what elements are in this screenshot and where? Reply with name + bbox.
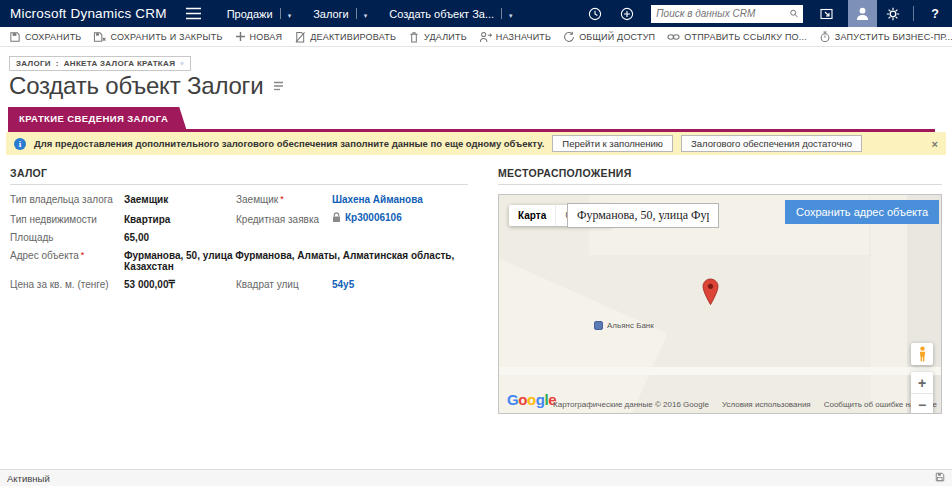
section-title-location: МЕСТОРАСПОЛОЖЕНИЯ [498, 167, 942, 185]
field-label-object-address: Адрес объекта [10, 250, 124, 261]
hamburger-menu-icon[interactable] [185, 7, 202, 20]
field-label-price-per-sqm: Цена за кв. м. (тенге) [10, 279, 124, 290]
delete-button[interactable]: УДАЛИТЬ [408, 31, 467, 43]
advanced-find-icon[interactable] [811, 8, 842, 20]
nav-item-create-record[interactable]: Создать объект За... [378, 8, 523, 20]
save-close-icon [93, 31, 106, 43]
borrower-link[interactable]: Шахена Айманова [332, 194, 423, 205]
new-button[interactable]: НОВАЯ [235, 31, 283, 42]
assign-button[interactable]: НАЗНАЧИТЬ [479, 31, 551, 43]
poi-label: Альянс Банк [607, 321, 654, 330]
save-button[interactable]: СОХРАНИТЬ [9, 31, 81, 43]
pledge-section: ЗАЛОГ Тип владельца залога Заемщик Заемщ… [10, 167, 468, 414]
nav-item-pledges[interactable]: Залоги [302, 8, 378, 20]
map-attribution: Картографические данные © 2016 Google Ус… [553, 400, 937, 409]
top-nav-bar: Microsoft Dynamics CRM Продажи Залоги Со… [0, 0, 952, 27]
lock-icon [332, 212, 341, 223]
share-icon [563, 31, 575, 43]
breadcrumb-form-name: АНКЕТА ЗАЛОГА КРАТКАЯ [64, 59, 175, 68]
nav-separator [501, 8, 502, 19]
help-button[interactable]: ? [918, 7, 952, 21]
quick-create-icon[interactable] [611, 7, 643, 21]
field-value-property-type: Квартира [124, 214, 236, 225]
settings-gear-icon[interactable] [877, 7, 909, 21]
app-brand: Microsoft Dynamics CRM [10, 6, 167, 21]
street-square-link[interactable]: 54у5 [332, 279, 354, 290]
nav-separator [280, 8, 281, 19]
pledge-fields-grid: Тип владельца залога Заемщик Заемщик Шах… [10, 194, 468, 290]
field-value-street-square: 54у5 [332, 279, 468, 290]
location-section: МЕСТОРАСПОЛОЖЕНИЯ Карта Спутник Сохранит… [498, 167, 942, 414]
map-address-input[interactable] [567, 203, 719, 228]
field-value-object-address: Фурманова, 50, улица Фурманова, Алматы, … [124, 250, 468, 272]
zoom-in-button[interactable]: + [911, 372, 933, 394]
deactivate-button[interactable]: ДЕАКТИВИРОВАТЬ [294, 31, 396, 43]
google-logo[interactable]: Google [507, 391, 556, 408]
info-icon [14, 138, 26, 150]
notification-close-icon[interactable] [932, 138, 938, 150]
field-label-owner-type: Тип владельца залога [10, 194, 124, 205]
command-bar: СОХРАНИТЬ СОХРАНИТЬ И ЗАКРЫТЬ НОВАЯ ДЕАК… [0, 27, 952, 47]
field-label-borrower: Заемщик [236, 194, 332, 205]
nav-label: Продажи [227, 8, 273, 20]
notification-bar: Для предоставления дополнительного залог… [6, 132, 946, 155]
chevron-down-icon[interactable] [364, 8, 368, 20]
form-body: ЗАЛОГ Тип владельца залога Заемщик Заемщ… [0, 155, 952, 414]
form-selector[interactable]: ЗАЛОГИ : АНКЕТА ЗАЛОГА КРАТКАЯ [9, 56, 191, 71]
map-zoom-control: + − [911, 372, 933, 414]
chevron-down-icon [180, 59, 184, 68]
process-icon [819, 31, 831, 43]
email-link-button[interactable]: ОТПРАВИТЬ ССЫЛКУ ПО... [667, 32, 807, 42]
search-input[interactable] [656, 8, 790, 19]
plus-icon [235, 31, 246, 42]
chevron-down-icon[interactable] [509, 8, 513, 20]
user-avatar[interactable] [848, 0, 877, 27]
save-status-icon [935, 472, 945, 484]
map-poi: Альянс Банк [594, 321, 654, 330]
recent-items-icon[interactable] [579, 7, 611, 21]
topbar-divider [913, 6, 914, 21]
breadcrumb-entity: ЗАЛОГИ [16, 59, 51, 68]
run-workflow-button[interactable]: ЗАПУСТИТЬ БИЗНЕС-ПР... [819, 31, 952, 43]
credit-application-link[interactable]: Кр30006106 [345, 212, 402, 223]
chevron-down-icon[interactable] [288, 8, 292, 20]
field-label-area: Площадь [10, 232, 124, 243]
share-button[interactable]: ОБЩИЙ ДОСТУП [563, 31, 655, 43]
nav-label: Создать объект За... [389, 8, 494, 20]
save-address-button[interactable]: Сохранить адрес объекта [785, 200, 939, 224]
field-label-street-square: Квадрат улиц [236, 279, 332, 290]
map-widget[interactable]: Карта Спутник Сохранить адрес объекта Ал… [498, 194, 942, 414]
status-bar: Активный [0, 469, 952, 486]
trash-icon [408, 31, 420, 43]
save-and-close-button[interactable]: СОХРАНИТЬ И ЗАКРЫТЬ [93, 31, 222, 43]
nav-label: Залоги [313, 8, 349, 20]
notification-message: Для предоставления дополнительного залог… [34, 138, 544, 149]
deactivate-icon [294, 31, 306, 43]
save-icon [9, 31, 21, 43]
nav-separator [356, 8, 357, 19]
map-road [499, 367, 941, 375]
bank-poi-icon [594, 321, 603, 330]
breadcrumb-separator: : [56, 59, 59, 68]
map-data-copyright: Картографические данные © 2016 Google [553, 400, 709, 409]
go-to-fill-button[interactable]: Перейти к заполнению [552, 135, 673, 152]
field-label-property-type: Тип недвижимости [10, 214, 124, 225]
topbar-right-controls: ? [579, 0, 952, 27]
form-tab-strip: КРАТКИЕ СВЕДЕНИЯ ЗАЛОГА [8, 107, 935, 132]
field-value-area: 65,00 [124, 232, 236, 243]
nav-item-sales[interactable]: Продажи [216, 8, 302, 20]
street-view-pegman-button[interactable] [911, 343, 933, 365]
field-value-borrower: Шахена Айманова [332, 194, 468, 205]
record-status: Активный [7, 473, 50, 484]
edit-form-icon[interactable] [273, 80, 288, 92]
breadcrumb-nav: Продажи Залоги Создать объект За... [216, 8, 524, 20]
terms-of-use-link[interactable]: Условия использования [722, 400, 811, 409]
zoom-out-button[interactable]: − [911, 394, 933, 414]
link-icon [667, 32, 680, 42]
page-title: Создать объект Залоги [9, 72, 263, 100]
assign-icon [479, 31, 492, 43]
collateral-sufficient-button[interactable]: Залогового обеспечения достаточно [681, 135, 862, 152]
tab-pledge-summary[interactable]: КРАТКИЕ СВЕДЕНИЯ ЗАЛОГА [8, 107, 186, 129]
field-value-credit-application: Кр30006106 [332, 212, 468, 223]
map-type-map-button[interactable]: Карта [509, 205, 555, 226]
